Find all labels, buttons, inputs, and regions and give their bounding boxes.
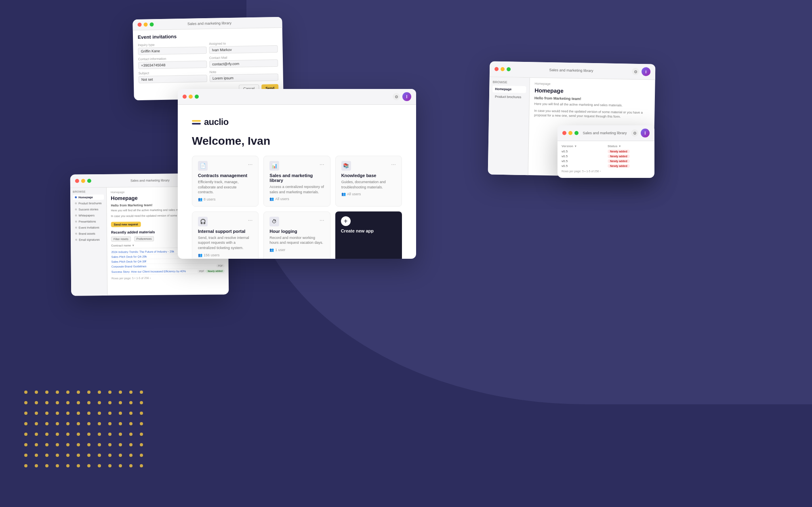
maximize-btn[interactable] [195,95,199,99]
file-link[interactable]: Sales Pitch Deck for Q4-39f [111,259,225,263]
field-label: Contact information [138,56,207,61]
dot [75,227,77,229]
filter-reset-btn[interactable]: Filter resets [111,236,131,241]
sales-icon: 📊 [269,161,279,171]
app-card-knowledge[interactable]: 📚 ··· Knowledge base Guides, documentati… [335,156,402,207]
page-title: Homepage [534,87,650,95]
col-status-header: Status ▼ [608,144,650,148]
app-users: 👥 All users [269,197,324,201]
app-desc: Efficiently track, manage, collaborate a… [198,180,252,195]
table-row: v0.5 Newly added [562,159,650,163]
sidebar-item-presentations[interactable]: Presentations [73,219,104,224]
breadcrumb: Homepage [534,82,650,87]
app-users: 👥 8 users [198,197,252,201]
close-btn[interactable] [562,131,566,135]
status-badge: Newly added [608,164,630,168]
close-btn[interactable] [494,67,499,71]
window-controls [494,67,511,72]
create-new-label: Create new app [341,228,374,233]
window-controls [75,179,91,183]
form-field-assigned: Assigned to Ivan Markov [209,41,278,54]
dot [75,233,77,235]
form-field-email: Contact Mail contact@rfy.com [209,55,278,68]
app-card-hours[interactable]: ⏱ ··· Hour logging Record and monitor wo… [263,211,330,259]
sidebar-item-homepage[interactable]: Homepage [492,86,526,93]
fl-sidebar: BROWSE Homepage Product brochures Succes… [70,188,107,296]
menu-dots[interactable]: ··· [320,217,324,223]
titlebar-right: ⚙ I [393,92,411,101]
close-btn[interactable] [137,23,141,27]
request-button[interactable]: Send new request [111,222,141,227]
maximize-btn[interactable] [87,179,91,183]
menu-dots[interactable]: ··· [248,161,253,167]
sidebar-item-success[interactable]: Success stories [73,207,104,212]
minimize-btn[interactable] [568,131,572,135]
app-desc: Access a centralized repository of sales… [269,184,324,194]
file-link[interactable]: Success Story: How our Client Increased … [111,270,198,273]
logo-area: auclio [192,117,402,127]
table-row: v0.5 Newly added [562,154,650,158]
dot [75,239,77,241]
menu-dots[interactable]: ··· [248,217,253,223]
app-users: 👥 156 users [198,253,252,257]
main-content: auclio Welcome, Ivan 📄 ··· Contracts man… [178,105,416,259]
minimize-btn[interactable] [81,179,85,183]
sidebar-item-homepage[interactable]: Homepage [73,194,104,200]
event-invitations-window: Sales and marketing library Event invita… [133,17,283,100]
maximize-btn[interactable] [507,67,511,71]
settings-icon[interactable]: ⚙ [393,93,400,100]
status-badge: Newly added [608,159,630,163]
file-link[interactable]: Corporate Brand Guidelines [111,264,217,268]
minimize-btn[interactable] [143,23,147,27]
sidebar-section-label: BROWSE [73,190,104,193]
app-card-sales[interactable]: 📊 ··· Sales and marketing library Access… [263,156,330,207]
col-version-header: Version ▼ [562,144,604,148]
status-badge: Newly added [608,154,630,158]
user-icon: 👥 [198,253,202,257]
pdf-badge: PDF [217,264,225,267]
app-card-contracts[interactable]: 📄 ··· Contracts management Efficiently t… [192,156,259,207]
app-card-header: 📊 ··· [269,161,324,171]
app-desc: Guides, documentation and troubleshootin… [341,180,396,190]
menu-dots[interactable]: ··· [391,161,396,167]
app-card-create[interactable]: + Create new app [335,211,402,259]
close-btn[interactable] [183,95,187,99]
app-name: Hour logging [269,229,324,234]
close-btn[interactable] [75,179,79,183]
form-field-note: Note Lorem ipsum [210,69,278,82]
maximize-btn[interactable] [574,131,578,135]
minimize-btn[interactable] [189,95,193,99]
version-cell: v0.5 [562,154,604,158]
hours-icon: ⏱ [269,217,279,226]
pagination-text: Rows per page: 5 • 1-5 of 256 › [562,170,601,173]
window-controls [562,131,578,135]
sidebar-item-whitepapers[interactable]: Whitepapers [73,213,104,218]
settings-icon[interactable]: ⚙ [632,68,639,75]
sidebar-item-events[interactable]: Event invitations [73,225,104,230]
form-field-contact: Contact information +39034745048 [138,56,207,69]
greeting-text: Hello from Marketing team! [534,96,650,102]
minimize-btn[interactable] [501,67,505,71]
smlib-sidebar: BROWSE Homepage Product brochures [488,77,530,177]
field-label: Contact Mail [209,55,278,60]
sidebar-item-product[interactable]: Product brochures [73,201,104,206]
maximize-btn[interactable] [149,22,154,26]
field-label: Assigned to [209,41,278,46]
menu-dots[interactable]: ··· [320,161,324,167]
filter-prefs-btn[interactable]: Preferences [134,236,154,241]
sidebar-item-brand[interactable]: Brand assets [73,231,104,237]
settings-icon[interactable]: ⚙ [631,129,638,137]
field-value: Not set [139,75,207,83]
versions-table: Version ▼ Status ▼ v0.5 Newly added v0.5… [557,141,654,176]
event-form: Inquiry type Griffin Kane Assigned to Iv… [138,41,278,83]
table-header: Version ▼ Status ▼ [562,144,650,148]
user-icon: 👥 [269,197,274,201]
app-desc: Send, track and resolve internal support… [198,235,252,251]
sidebar-item-product[interactable]: Product brochures [492,93,526,101]
sidebar-item-email[interactable]: Email signatures [73,237,104,243]
app-card-support[interactable]: 🎧 ··· Internal support portal Send, trac… [192,211,259,259]
support-icon: 🎧 [198,217,208,226]
avatar: I [642,67,650,76]
form-field-inquiry-type: Inquiry type Griffin Kane [138,42,206,55]
dot [75,215,77,217]
